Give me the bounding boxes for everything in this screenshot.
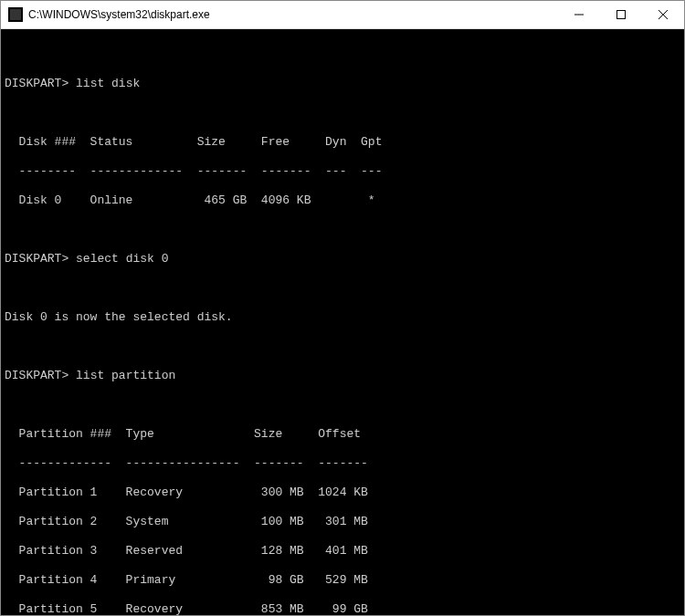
window-titlebar: C:\WINDOWS\system32\diskpart.exe [1,1,684,29]
blank-line [5,47,680,62]
blank-line [5,339,680,354]
partition-table-row: Partition 2 System 100 MB 301 MB [5,515,680,529]
window-title: C:\WINDOWS\system32\diskpart.exe [28,8,558,21]
disk-table-header: Disk ### Status Size Free Dyn Gpt [5,135,680,150]
partition-table-divider: ------------- ---------------- ------- -… [5,456,680,471]
app-icon [8,7,23,22]
blank-line [5,223,680,237]
partition-table-row: Partition 4 Primary 98 GB 529 MB [5,573,680,588]
blank-line [5,106,680,120]
svg-rect-1 [617,11,626,19]
blank-line [5,398,680,412]
partition-table-row: Partition 1 Recovery 300 MB 1024 KB [5,485,680,500]
prompt-line: DISKPART> select disk 0 [5,252,680,266]
disk-table-row: Disk 0 Online 465 GB 4096 KB * [5,193,680,208]
output-line: Disk 0 is now the selected disk. [5,310,680,325]
partition-table-row: Partition 5 Recovery 853 MB 99 GB [5,602,680,616]
maximize-button[interactable] [600,1,642,28]
minimize-button[interactable] [558,1,600,28]
prompt-line: DISKPART> list disk [5,77,680,91]
terminal-output[interactable]: DISKPART> list disk Disk ### Status Size… [1,29,684,616]
window-controls [558,1,684,28]
disk-table-divider: -------- ------------- ------- ------- -… [5,164,680,179]
blank-line [5,281,680,296]
close-button[interactable] [642,1,684,28]
prompt-line: DISKPART> list partition [5,369,680,383]
partition-table-row: Partition 3 Reserved 128 MB 401 MB [5,544,680,559]
partition-table-header: Partition ### Type Size Offset [5,427,680,442]
